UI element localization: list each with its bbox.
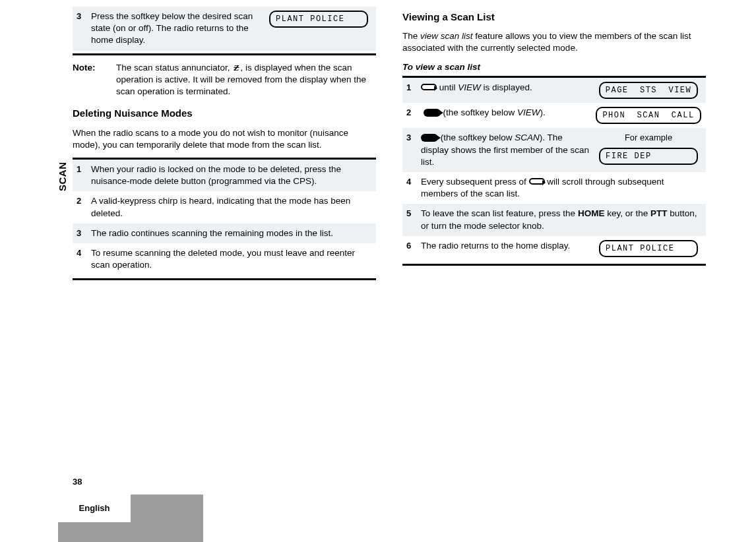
nuisance-step-2: 2 A valid-keypress chirp is heard, indic… [73,191,376,223]
language-tab-inactive [131,495,203,522]
nuisance-step-1: 1 When your radio is locked on the mode … [73,160,376,191]
step-number: 3 [73,7,91,26]
home-key: HOME [578,208,605,218]
step-text: Every subsequent press of will scroll th… [421,172,706,204]
procedure-title: To view a scan list [402,61,706,73]
step-number: 3 [73,224,91,243]
view-step-3: 3 (the softkey below SCAN). The display … [402,128,706,172]
section-rule [73,53,376,55]
view-step-6: 6 The radio returns to the home display.… [402,236,706,261]
text-a: Every subsequent press of [421,177,529,187]
for-example-label: For example [594,132,703,144]
section-rule [402,264,706,266]
page-footer: 38 English [58,476,256,542]
heading-deleting-nuisance: Deleting Nuisance Modes [73,107,376,120]
body-part-a: The [402,31,420,41]
step-text: To resume scanning the deleted mode, you… [91,243,376,275]
step-text: Press the softkey below the desired scan… [91,7,264,51]
body-italic: view scan list [420,31,473,41]
step-text: (the softkey below SCAN). The display sh… [421,128,594,172]
language-tab-english: English [58,495,131,522]
lcd-display: PLANT POLICE [269,11,368,28]
ptt-button: PTT [650,208,668,218]
step-lcd-container: PHON SCAN CALL [594,103,706,128]
softkey-button-icon [424,109,441,117]
viewing-body: The view scan list feature allows you to… [402,30,706,54]
text-a: To leave the scan list feature, press th… [421,208,578,218]
note-label: Note: [73,62,116,98]
side-tab-scan: SCAN [56,162,69,191]
step-text: (the softkey below VIEW). [421,103,594,123]
step-number: 4 [73,243,91,263]
lcd-display: PAGE STS VIEW [599,82,699,99]
step-text: The radio continues scanning the remaini… [91,224,376,243]
scroll-button-icon [529,178,545,185]
step-number: 5 [402,204,421,224]
page-content: 3 Press the softkey below the desired sc… [73,7,706,287]
step-text: When your radio is locked on the mode to… [91,160,376,191]
text-a: (the softkey below [441,107,517,117]
step-number: 1 [402,78,421,98]
left-column: 3 Press the softkey below the desired sc… [73,7,376,287]
nuisance-body: When the radio scans to a mode you do no… [73,127,376,151]
text-b: is displayed. [481,82,532,92]
text-a: (the softkey below [438,133,515,142]
text-b: ). [540,107,546,117]
text-b: key, or the [604,208,650,218]
text-italic: SCAN [515,133,540,142]
text-italic: VIEW [517,107,540,117]
right-column: Viewing a Scan List The view scan list f… [402,7,706,287]
note-body: The scan status annunciator, Z, is dis­p… [116,62,376,98]
footer-strip [58,522,203,542]
lcd-display: PHON SCAN CALL [596,107,701,124]
step-text: A valid-keypress chirp is heard, indicat… [91,191,376,223]
step-number: 4 [402,172,421,192]
heading-viewing-scan-list: Viewing a Scan List [402,11,706,24]
language-tabs: English [58,495,256,522]
view-step-5: 5 To leave the scan list feature, press … [402,204,706,235]
note-block: Note: The scan status annunciator, Z, is… [73,62,376,98]
lcd-display: FIRE DEP [599,148,698,165]
text-a: until [437,82,458,92]
nuisance-step-4: 4 To resume scanning the deleted mode, y… [73,243,376,275]
step-text: The radio returns to the home display. [421,236,594,256]
step-number: 1 [73,160,91,179]
view-step-2: 2 (the softkey below VIEW). PHON SCAN CA… [402,103,706,128]
softkey-button-icon [421,134,438,142]
step-3-press-softkey: 3 Press the softkey below the desired sc… [73,7,376,51]
text-italic: VIEW [458,82,481,92]
step-number: 3 [402,128,421,148]
page-number: 38 [58,476,256,488]
step-lcd-container: PAGE STS VIEW [594,78,706,103]
scroll-button-icon [421,84,437,90]
step-text: To leave the scan list feature, press th… [421,204,706,235]
step-lcd-container: For example FIRE DEP [594,128,706,169]
step-number: 2 [402,103,421,123]
view-step-1: 1 until VIEW is displayed. PAGE STS VIEW [402,78,706,103]
step-number: 2 [73,191,91,211]
step-number: 6 [402,236,421,256]
lcd-display: PLANT POLICE [599,240,698,257]
view-step-4: 4 Every subsequent press of will scroll … [402,172,706,204]
scan-annunciator-icon: Z [232,62,240,74]
step-text: until VIEW is displayed. [421,78,594,98]
note-text-before: The scan status annunciator, [116,63,232,73]
section-rule [73,278,376,280]
nuisance-step-3: 3 The radio continues scanning the remai… [73,224,376,243]
step-lcd-container: PLANT POLICE [264,7,376,32]
step-lcd-container: PLANT POLICE [594,236,706,261]
